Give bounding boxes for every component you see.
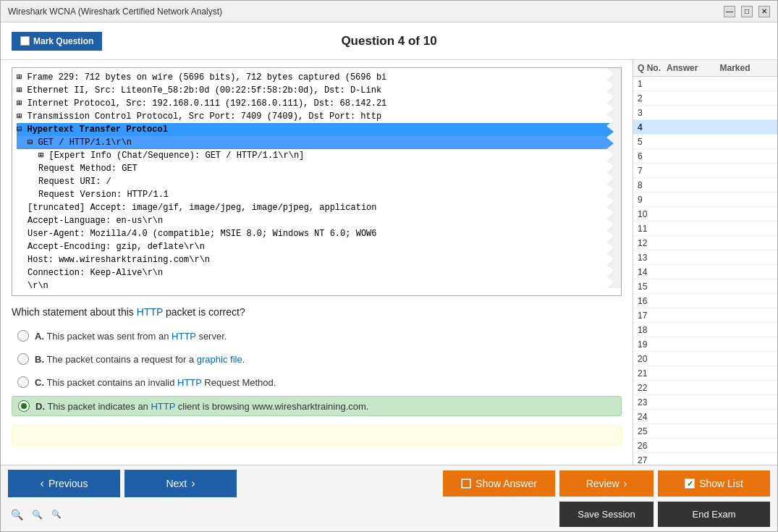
question-text: Which statement about this HTTP packet i… xyxy=(12,306,622,318)
packet-line-crlf: \r\n xyxy=(17,279,617,292)
previous-label: Previous xyxy=(48,478,88,489)
answer-option-d[interactable]: D. This packet indicates an HTTP client … xyxy=(12,396,622,416)
question-list-item[interactable]: 13 xyxy=(633,250,777,265)
mark-question-label: Mark Question xyxy=(33,36,93,46)
answer-option-b[interactable]: B. The packet contains a request for a g… xyxy=(12,350,622,368)
save-session-button[interactable]: Save Session xyxy=(559,502,654,527)
answer-options: A. This packet was sent from an HTTP ser… xyxy=(12,326,622,416)
question-list-item[interactable]: 3 xyxy=(633,106,777,120)
answer-label-a: A. This packet was sent from an HTTP ser… xyxy=(35,331,227,342)
col-answer-header: Answer xyxy=(667,63,720,73)
question-list-item[interactable]: 15 xyxy=(633,279,777,294)
answer-option-c[interactable]: C. This packet contains an invalid HTTP … xyxy=(12,373,622,392)
minimize-button[interactable]: — xyxy=(724,6,735,17)
jagged-overlay xyxy=(606,68,621,295)
packet-line-uri: Request URI: / xyxy=(17,175,617,188)
mark-question-button[interactable]: Mark Question xyxy=(12,32,102,51)
q-number: 10 xyxy=(638,209,667,219)
footer-row2: 🔍 🔍 🔍 Save Session End Exam xyxy=(8,502,770,527)
q-number: 8 xyxy=(638,180,667,190)
radio-c[interactable] xyxy=(17,376,29,388)
question-list-item[interactable]: 4 xyxy=(633,120,777,135)
packet-line-accept: [truncated] Accept: image/gif, image/jpe… xyxy=(17,201,617,214)
next-label: Next xyxy=(166,478,187,489)
radio-b[interactable] xyxy=(17,353,29,365)
q-number: 13 xyxy=(638,253,667,263)
question-list-item[interactable]: 19 xyxy=(633,337,777,352)
question-list-item[interactable]: 1 xyxy=(633,77,777,91)
next-button[interactable]: Next › xyxy=(124,470,237,497)
q-number: 21 xyxy=(638,368,667,379)
review-button[interactable]: Review › xyxy=(559,470,654,497)
radio-a[interactable] xyxy=(17,330,29,342)
packet-line-lang: Accept-Language: en-us\r\n xyxy=(17,214,617,227)
q-number: 22 xyxy=(638,383,667,393)
previous-button[interactable]: ‹ Previous xyxy=(8,470,120,497)
question-list-item[interactable]: 5 xyxy=(633,135,777,149)
packet-capture: ⊞ Frame 229: 712 bytes on wire (5696 bit… xyxy=(12,67,622,296)
q-number: 4 xyxy=(638,122,667,132)
main-area: ⊞ Frame 229: 712 bytes on wire (5696 bit… xyxy=(1,60,777,465)
question-list-item[interactable]: 22 xyxy=(633,381,777,395)
maximize-button[interactable]: □ xyxy=(741,6,753,17)
end-exam-button[interactable]: End Exam xyxy=(658,502,770,527)
footer: ‹ Previous Next › Show Answer Review › ✓… xyxy=(1,465,777,531)
zoom-reset-button[interactable]: 🔍 xyxy=(29,508,46,521)
show-answer-button[interactable]: Show Answer xyxy=(443,470,555,497)
question-list-item[interactable]: 16 xyxy=(633,294,777,308)
titlebar-title: Wireshark WCNA (Wireshark Certified Netw… xyxy=(8,7,222,17)
question-list-item[interactable]: 26 xyxy=(633,439,777,453)
question-title: Question 4 of 10 xyxy=(341,34,436,48)
side-panel: Q No. Answer Marked 1 2 3 4 5 xyxy=(633,60,777,465)
question-list-item[interactable]: 23 xyxy=(633,395,777,410)
radio-d[interactable] xyxy=(18,400,30,412)
footer-row1: ‹ Previous Next › Show Answer Review › ✓… xyxy=(8,470,770,497)
q-number: 18 xyxy=(638,325,667,335)
question-list-item[interactable]: 6 xyxy=(633,149,777,164)
zoom-in-button[interactable]: 🔍 xyxy=(48,508,64,520)
q-number: 16 xyxy=(638,296,667,306)
question-list-item[interactable]: 2 xyxy=(633,91,777,106)
zoom-out-button[interactable]: 🔍 xyxy=(8,507,26,522)
header: Mark Question Question 4 of 10 xyxy=(1,22,777,60)
q-number: 12 xyxy=(638,238,667,248)
question-text-after: packet is correct? xyxy=(163,306,245,318)
question-list-item[interactable]: 25 xyxy=(633,424,777,439)
question-list-item[interactable]: 21 xyxy=(633,366,777,381)
packet-line: ⊞ Internet Protocol, Src: 192.168.0.111 … xyxy=(17,97,617,110)
question-list-item[interactable]: 8 xyxy=(633,178,777,193)
q-number: 25 xyxy=(638,426,667,436)
packet-line-useragent: User-Agent: Mozilla/4.0 (compatible; MSI… xyxy=(17,227,617,240)
question-list-item[interactable]: 9 xyxy=(633,193,777,207)
question-list-item[interactable]: 7 xyxy=(633,164,777,178)
zoom-controls: 🔍 🔍 🔍 xyxy=(8,507,64,522)
col-marked-header: Marked xyxy=(720,63,774,73)
packet-line: ⊞ Ethernet II, Src: LiteonTe_58:2b:0d (0… xyxy=(17,84,617,97)
answer-label-b: B. The packet contains a request for a g… xyxy=(35,354,245,365)
question-list-item[interactable]: 10 xyxy=(633,207,777,221)
close-button[interactable]: ✕ xyxy=(758,6,770,17)
titlebar-controls: — □ ✕ xyxy=(724,6,770,17)
question-list-item[interactable]: 17 xyxy=(633,308,777,323)
packet-line-method: Request Method: GET xyxy=(17,162,617,175)
answer-label-c: C. This packet contains an invalid HTTP … xyxy=(35,377,276,388)
q-number: 23 xyxy=(638,397,667,408)
q-number: 26 xyxy=(638,441,667,451)
question-list-item[interactable]: 27 xyxy=(633,453,777,465)
show-list-icon: ✓ xyxy=(685,478,695,489)
question-list-item[interactable]: 14 xyxy=(633,265,777,279)
question-list-item[interactable]: 12 xyxy=(633,236,777,250)
show-answer-icon xyxy=(461,478,471,489)
question-list-item[interactable]: 24 xyxy=(633,410,777,424)
show-list-button[interactable]: ✓ Show List xyxy=(658,470,770,497)
app-window: Wireshark WCNA (Wireshark Certified Netw… xyxy=(0,0,778,532)
q-number: 11 xyxy=(638,224,667,234)
question-list-item[interactable]: 11 xyxy=(633,221,777,236)
mark-checkbox-icon xyxy=(20,36,30,46)
question-list: 1 2 3 4 5 6 7 8 xyxy=(633,77,777,465)
answer-option-a[interactable]: A. This packet was sent from an HTTP ser… xyxy=(12,326,622,345)
question-list-item[interactable]: 18 xyxy=(633,323,777,337)
question-list-item[interactable]: 20 xyxy=(633,352,777,366)
show-list-label: Show List xyxy=(699,478,743,489)
show-answer-label: Show Answer xyxy=(475,478,537,489)
